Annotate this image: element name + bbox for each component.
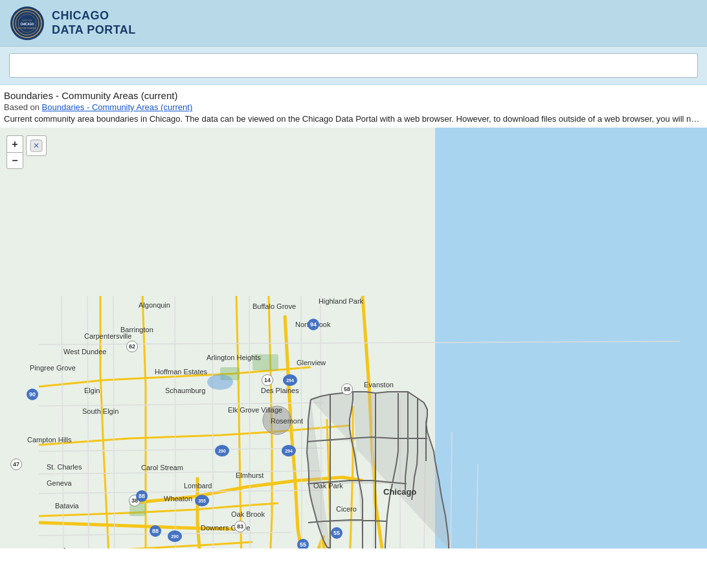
svg-point-6 [263, 406, 291, 435]
map-svg-overlay: .road-major { stroke: #f5c518; stroke-wi… [0, 128, 707, 548]
header-title-line2: DATA PORTAL [52, 23, 136, 38]
header-title-block: CHICAGO DATA PORTAL [52, 9, 136, 37]
svg-text:CITY OF: CITY OF [22, 19, 32, 22]
map-container[interactable]: .road-major { stroke: #f5c518; stroke-wi… [0, 128, 707, 548]
page-title: Boundaries - Community Areas (current) [4, 90, 703, 101]
based-on-link[interactable]: Boundaries - Community Areas (current) [42, 102, 193, 112]
search-input[interactable] [9, 53, 698, 78]
based-on-line: Based on Boundaries - Community Areas (c… [4, 102, 703, 112]
search-bar-area [0, 47, 707, 85]
svg-rect-9 [129, 503, 146, 516]
svg-text:INCORPORATED: INCORPORATED [18, 27, 36, 30]
header-title-line1: CHICAGO [52, 9, 136, 23]
svg-rect-8 [252, 354, 278, 370]
header: CITY OF CHICAGO INCORPORATED CHICAGO DAT… [0, 0, 707, 47]
based-on-label: Based on [4, 102, 39, 112]
zoom-controls: + − [6, 135, 23, 169]
svg-point-10 [207, 374, 233, 390]
info-area: Boundaries - Community Areas (current) B… [0, 85, 707, 128]
description-text: Current community area boundaries in Chi… [4, 113, 703, 125]
zoom-out-button[interactable]: − [6, 152, 23, 169]
chicago-logo: CITY OF CHICAGO INCORPORATED [10, 6, 44, 40]
zoom-in-button[interactable]: + [6, 135, 23, 152]
locate-button[interactable]: ✕ [26, 135, 47, 156]
svg-text:✕: ✕ [33, 141, 39, 150]
svg-text:CHICAGO: CHICAGO [20, 23, 34, 26]
